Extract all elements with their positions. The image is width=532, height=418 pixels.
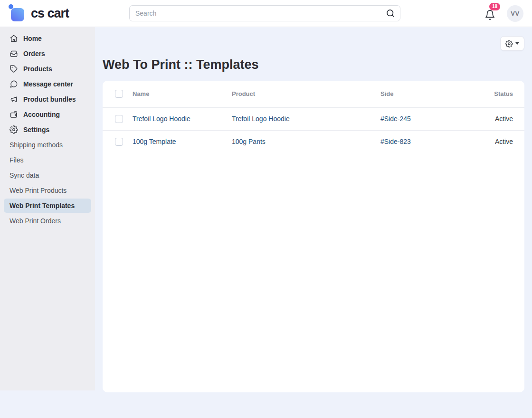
logo-text: cs cart (31, 6, 69, 21)
sidebar-item-message-center[interactable]: Message center (0, 76, 95, 92)
sidebar-item-shipping-methods[interactable]: Shipping methods (0, 137, 95, 152)
status-value: Active (489, 107, 524, 130)
products-icon (10, 65, 18, 73)
table-header-row: Name Product Side Status (103, 81, 524, 107)
notifications-button[interactable]: 18 (484, 7, 495, 20)
sidebar-item-label: Web Print Templates (10, 202, 75, 209)
table-row: Trefoil Logo Hoodie Trefoil Logo Hoodie … (103, 107, 524, 130)
top-bar: cs cart 18 VV (0, 0, 532, 27)
sidebar-item-web-print-orders[interactable]: Web Print Orders (0, 213, 95, 228)
sidebar-item-accounting[interactable]: Accounting (0, 107, 95, 122)
page-title: Web To Print :: Templates (103, 57, 524, 72)
home-icon (10, 34, 18, 43)
sidebar-item-label: Files (10, 156, 24, 164)
sidebar-item-label: Web Print Orders (10, 217, 61, 225)
user-avatar[interactable]: VV (507, 5, 523, 22)
table-row: 100g Template 100g Pants #Side-823 Activ… (103, 130, 524, 153)
row-checkbox[interactable] (115, 115, 123, 123)
sidebar-item-home[interactable]: Home (0, 31, 95, 46)
sidebar-item-label: Product bundles (23, 95, 76, 103)
settings-dropdown-button[interactable] (500, 36, 524, 51)
templates-table: Name Product Side Status Trefoil Logo Ho… (103, 81, 524, 153)
sidebar-item-products[interactable]: Products (0, 61, 95, 76)
message-center-icon (10, 80, 18, 88)
gear-icon (505, 40, 513, 48)
row-checkbox[interactable] (115, 138, 123, 146)
sidebar-item-label: Accounting (23, 111, 60, 118)
sidebar-item-web-print-templates[interactable]: Web Print Templates (4, 199, 91, 213)
cscart-logo-icon (9, 4, 26, 23)
template-name-link[interactable]: 100g Template (133, 138, 176, 145)
sidebar-item-label: Shipping methods (10, 141, 63, 149)
column-header-side: Side (380, 81, 489, 107)
search-input[interactable] (129, 5, 400, 21)
search-bar (129, 5, 400, 21)
sidebar-item-label: Web Print Products (10, 187, 66, 194)
bell-icon (484, 10, 495, 20)
sidebar-item-sync-data[interactable]: Sync data (0, 168, 95, 183)
sidebar-item-label: Orders (23, 50, 45, 57)
accounting-icon (10, 110, 18, 119)
sidebar-item-label: Home (23, 35, 42, 42)
notification-count-badge: 18 (489, 3, 500, 10)
sidebar-item-web-print-products[interactable]: Web Print Products (0, 183, 95, 198)
status-value: Active (489, 130, 524, 153)
sidebar-item-files[interactable]: Files (0, 152, 95, 168)
sidebar-item-product-bundles[interactable]: Product bundles (0, 92, 95, 107)
main-content: Web To Print :: Templates Name Product S… (95, 27, 532, 390)
orders-icon (10, 49, 18, 58)
side-link[interactable]: #Side-823 (380, 138, 411, 145)
product-link[interactable]: Trefoil Logo Hoodie (232, 115, 290, 123)
settings-icon (10, 125, 18, 134)
sidebar-item-settings[interactable]: Settings (0, 122, 95, 137)
chevron-down-icon (515, 42, 519, 45)
templates-card: Name Product Side Status Trefoil Logo Ho… (103, 81, 524, 392)
page-toolbar (103, 36, 524, 51)
side-link[interactable]: #Side-245 (380, 115, 411, 123)
sidebar: Home Orders Products (0, 27, 95, 390)
search-button[interactable] (384, 7, 397, 19)
select-all-checkbox[interactable] (115, 90, 123, 98)
topbar-actions: 18 VV (484, 5, 532, 22)
column-header-status: Status (489, 81, 524, 107)
column-header-name: Name (132, 81, 231, 107)
sidebar-item-label: Products (23, 65, 52, 73)
sidebar-item-label: Settings (23, 126, 49, 133)
cscart-logo[interactable]: cs cart (0, 4, 129, 23)
template-name-link[interactable]: Trefoil Logo Hoodie (133, 115, 190, 123)
search-icon (386, 9, 395, 18)
column-header-product: Product (231, 81, 380, 107)
sidebar-item-label: Sync data (10, 171, 39, 179)
product-link[interactable]: 100g Pants (232, 138, 266, 145)
product-bundles-icon (10, 95, 18, 104)
sidebar-item-orders[interactable]: Orders (0, 46, 95, 61)
sidebar-item-label: Message center (23, 80, 73, 88)
